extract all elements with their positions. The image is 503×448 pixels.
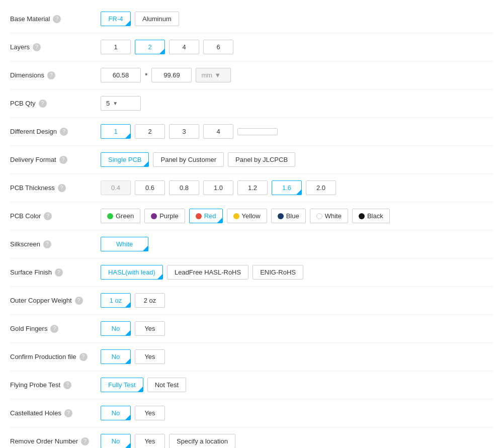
silkscreen-options: White	[101, 237, 493, 251]
flying-probe-fully-btn[interactable]: Fully Test	[101, 378, 143, 392]
delivery-format-panel-jlcpcb-btn[interactable]: Panel by JLCPCB	[228, 152, 295, 167]
base-material-help-icon[interactable]: ?	[53, 15, 61, 23]
delivery-format-help-icon[interactable]: ?	[59, 156, 67, 164]
different-design-3-btn[interactable]: 3	[169, 124, 199, 139]
gold-fingers-label: Gold Fingers ?	[10, 325, 101, 333]
castellated-holes-help-icon[interactable]: ?	[64, 409, 72, 417]
dimensions-unit-select[interactable]: mm ▼	[196, 68, 231, 82]
pcb-color-help-icon[interactable]: ?	[44, 212, 52, 220]
delivery-format-options: Single PCB Panel by Customer Panel by JL…	[101, 152, 493, 167]
delivery-format-single-btn[interactable]: Single PCB	[101, 152, 149, 167]
outer-copper-2oz-btn[interactable]: 2 oz	[135, 293, 165, 308]
remove-order-number-specify-btn[interactable]: Specify a location	[169, 434, 235, 448]
gold-fingers-help-icon[interactable]: ?	[50, 325, 58, 333]
remove-order-number-no-btn[interactable]: No	[101, 434, 131, 448]
pcb-color-blue-btn[interactable]: Blue	[271, 209, 306, 223]
surface-finish-enig-btn[interactable]: ENIG-RoHS	[253, 265, 303, 280]
different-design-options: 1 2 3 4	[101, 124, 493, 139]
remove-order-number-help-icon[interactable]: ?	[81, 437, 89, 445]
surface-finish-help-icon[interactable]: ?	[55, 268, 63, 277]
delivery-format-label: Delivery Format ?	[10, 156, 101, 164]
pcb-thickness-row: PCB Thickness ? 0.4 0.6 0.8 1.0 1.2 1.6 …	[10, 174, 493, 202]
pcb-thickness-12-btn[interactable]: 1.2	[237, 181, 268, 195]
silkscreen-white-btn[interactable]: White	[101, 237, 148, 251]
dimensions-multiply: *	[145, 71, 147, 79]
delivery-format-panel-customer-btn[interactable]: Panel by Customer	[153, 152, 224, 167]
pcb-thickness-20-btn[interactable]: 2.0	[306, 181, 336, 195]
remove-order-number-options: No Yes Specify a location	[101, 434, 493, 448]
pcb-thickness-16-btn[interactable]: 1.6	[272, 181, 302, 195]
surface-finish-label: Surface Finish ?	[10, 268, 101, 277]
pcb-thickness-10-btn[interactable]: 1.0	[203, 181, 233, 195]
gold-fingers-row: Gold Fingers ? No Yes	[10, 315, 493, 343]
different-design-row: Different Design ? 1 2 3 4	[10, 118, 493, 146]
castellated-holes-no-btn[interactable]: No	[101, 406, 131, 420]
outer-copper-weight-options: 1 oz 2 oz	[101, 293, 493, 308]
dimensions-label: Dimensions ?	[10, 71, 101, 79]
pcb-thickness-label: PCB Thickness ?	[10, 184, 101, 192]
layers-6-btn[interactable]: 6	[203, 40, 233, 54]
different-design-4-btn[interactable]: 4	[203, 124, 233, 139]
pcb-qty-dropdown-arrow: ▼	[113, 101, 118, 106]
white-color-dot	[316, 213, 322, 219]
pcb-color-white-btn[interactable]: White	[310, 209, 348, 223]
dimensions-height-input[interactable]	[151, 68, 192, 82]
remove-order-number-yes-btn[interactable]: Yes	[135, 434, 165, 448]
confirm-production-help-icon[interactable]: ?	[79, 353, 88, 361]
base-material-label: Base Material ?	[10, 15, 101, 23]
flying-probe-help-icon[interactable]: ?	[63, 381, 71, 389]
different-design-2-btn[interactable]: 2	[135, 124, 165, 139]
base-material-fr4-btn[interactable]: FR-4	[101, 12, 131, 26]
different-design-label: Different Design ?	[10, 128, 101, 136]
base-material-row: Base Material ? FR-4 Aluminum	[10, 5, 493, 33]
surface-finish-hasl-btn[interactable]: HASL(with lead)	[101, 265, 163, 280]
silkscreen-help-icon[interactable]: ?	[43, 240, 51, 248]
red-color-dot	[196, 213, 202, 219]
surface-finish-options: HASL(with lead) LeadFree HASL-RoHS ENIG-…	[101, 265, 493, 280]
dimensions-width-input[interactable]	[101, 68, 141, 82]
pcb-color-options: Green Purple Red Yellow Blue White	[101, 209, 493, 223]
dimensions-help-icon[interactable]: ?	[47, 71, 55, 79]
layers-1-btn[interactable]: 1	[101, 40, 131, 54]
flying-probe-not-btn[interactable]: Not Test	[147, 378, 186, 392]
pcb-qty-help-icon[interactable]: ?	[39, 100, 47, 108]
outer-copper-weight-row: Outer Copper Weight ? 1 oz 2 oz	[10, 287, 493, 315]
gold-fingers-no-btn[interactable]: No	[101, 321, 131, 336]
outer-copper-weight-label: Outer Copper Weight ?	[10, 297, 101, 305]
confirm-production-options: No Yes	[101, 349, 493, 364]
dimensions-row: Dimensions ? * mm ▼	[10, 61, 493, 89]
pcb-color-label: PCB Color ?	[10, 212, 101, 220]
pcb-thickness-06-btn[interactable]: 0.6	[135, 181, 165, 195]
pcb-qty-dropdown[interactable]: 5 ▼	[101, 96, 141, 111]
flying-probe-row: Flying Probe Test ? Fully Test Not Test	[10, 371, 493, 399]
layers-2-btn[interactable]: 2	[135, 40, 165, 54]
confirm-production-no-btn[interactable]: No	[101, 349, 131, 364]
outer-copper-1oz-btn[interactable]: 1 oz	[101, 293, 131, 308]
pcb-color-green-btn[interactable]: Green	[101, 209, 140, 223]
pcb-thickness-08-btn[interactable]: 0.8	[169, 181, 199, 195]
purple-color-dot	[151, 213, 157, 219]
castellated-holes-yes-btn[interactable]: Yes	[135, 406, 165, 420]
outer-copper-weight-help-icon[interactable]: ?	[75, 297, 83, 305]
pcb-color-red-btn[interactable]: Red	[189, 209, 223, 223]
pcb-qty-row: PCB Qty ? 5 ▼	[10, 89, 493, 118]
pcb-thickness-04-btn[interactable]: 0.4	[101, 181, 131, 195]
layers-4-btn[interactable]: 4	[169, 40, 199, 54]
castellated-holes-label: Castellated Holes ?	[10, 409, 101, 417]
confirm-production-row: Confirm Production file ? No Yes	[10, 343, 493, 371]
base-material-aluminum-btn[interactable]: Aluminum	[135, 12, 179, 26]
pcb-thickness-help-icon[interactable]: ?	[58, 184, 66, 192]
confirm-production-yes-btn[interactable]: Yes	[135, 349, 165, 364]
gold-fingers-options: No Yes	[101, 321, 493, 336]
pcb-color-yellow-btn[interactable]: Yellow	[227, 209, 267, 223]
remove-order-number-label: Remove Order Number ?	[10, 437, 101, 445]
surface-finish-leadfree-btn[interactable]: LeadFree HASL-RoHS	[167, 265, 248, 280]
pcb-color-black-btn[interactable]: Black	[352, 209, 390, 223]
different-design-empty-btn[interactable]	[237, 128, 278, 135]
pcb-color-purple-btn[interactable]: Purple	[144, 209, 185, 223]
gold-fingers-yes-btn[interactable]: Yes	[135, 321, 165, 336]
layers-row: Layers ? 1 2 4 6	[10, 33, 493, 61]
different-design-help-icon[interactable]: ?	[60, 128, 68, 136]
different-design-1-btn[interactable]: 1	[101, 124, 131, 139]
layers-help-icon[interactable]: ?	[33, 43, 41, 51]
